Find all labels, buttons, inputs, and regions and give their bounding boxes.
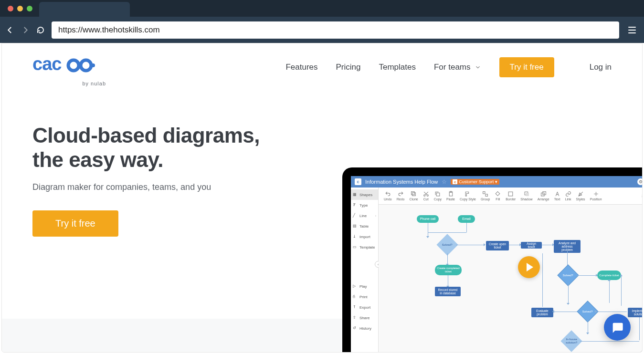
sidebar-table[interactable]: ▤Table [351, 221, 378, 231]
app-main: ▦Shapes 𝙏Type ╱Line› ▤Table ⤓Import ▭Tem… [351, 187, 643, 353]
chat-bubble-button[interactable] [604, 314, 631, 341]
window-maximize-icon[interactable] [27, 6, 32, 11]
app-canvas[interactable]: Phone call Email Solved? Create open tic… [379, 205, 643, 353]
flow-solved2[interactable]: Solved? [557, 264, 579, 286]
tb-link[interactable]: Link [563, 191, 574, 201]
tb-clone[interactable]: Clone [407, 191, 420, 201]
flow-assign[interactable]: Assign ticket [521, 242, 542, 249]
nav-links: Features Pricing Templates For teams Try… [285, 57, 612, 77]
flow-complete[interactable]: Complete ticket [597, 271, 621, 280]
svg-point-2 [81, 60, 91, 71]
svg-rect-5 [412, 192, 415, 195]
app-tag-label: Customer Support [459, 179, 494, 184]
tb-position[interactable]: Position [588, 191, 604, 201]
sidebar-share[interactable]: ⇪Share [351, 312, 378, 323]
nav-forteams[interactable]: For teams [434, 62, 481, 72]
tb-styles[interactable]: Styles [574, 191, 588, 201]
sidebar-shapes[interactable]: ▦Shapes [351, 189, 378, 200]
tb-border[interactable]: Border [503, 191, 518, 201]
line-icon: ╱ [353, 213, 358, 218]
app-topbar: c Information Systems Help Flow ☆ c Cust… [351, 176, 643, 187]
import-icon: ⤓ [353, 234, 358, 239]
sidebar-import[interactable]: ⤓Import [351, 231, 378, 242]
tb-shadow[interactable]: Shadow [518, 191, 535, 201]
flow-inhouse[interactable]: In-house solution? [560, 330, 582, 352]
browser-tab[interactable] [39, 2, 130, 17]
hero-cta-button[interactable]: Try it free [32, 210, 118, 237]
app-tag[interactable]: c Customer Support ▾ [451, 179, 499, 185]
nav-cta-button[interactable]: Try it free [499, 57, 554, 77]
sidebar-line[interactable]: ╱Line› [351, 210, 378, 221]
browser-menu-icon[interactable] [626, 24, 638, 36]
connector [542, 253, 543, 307]
nav-pricing[interactable]: Pricing [336, 62, 361, 72]
sidebar-play[interactable]: ▷Play [351, 281, 378, 292]
sidebar-type[interactable]: 𝙏Type [351, 200, 378, 210]
sidebar-print[interactable]: ⎙Print [351, 292, 378, 302]
chevron-right-icon: › [375, 214, 376, 218]
table-icon: ▤ [353, 224, 358, 229]
flow-email[interactable]: Email [458, 215, 475, 223]
connector [621, 276, 622, 306]
tb-fill[interactable]: Fill [492, 191, 503, 201]
nav-login[interactable]: Log in [590, 62, 612, 72]
connector [509, 245, 519, 245]
svg-text:cac: cac [32, 55, 62, 74]
flow-phonecall[interactable]: Phone call [417, 215, 439, 223]
tb-redo[interactable]: Redo [394, 191, 407, 201]
svg-point-1 [68, 60, 79, 71]
video-play-button[interactable] [518, 256, 540, 278]
chevron-down-icon [475, 64, 481, 71]
sidebar-export[interactable]: ⤒Export [351, 302, 378, 312]
svg-rect-15 [526, 193, 529, 196]
logo[interactable]: cac by nulab [32, 55, 104, 80]
link-icon [565, 191, 571, 197]
flow-evaluate[interactable]: Evaluate problem [531, 308, 553, 317]
browser-chrome: https://www.thehotskills.com [0, 0, 644, 43]
sidebar-template[interactable]: ▭Template [351, 242, 378, 252]
undo-icon [385, 191, 391, 197]
app-canvas-wrap: Undo Redo Clone Cut Copy Paste Copy Styl… [379, 187, 643, 353]
text-icon [554, 191, 560, 197]
flow-record[interactable]: Record stored in database [435, 287, 461, 296]
nav-features[interactable]: Features [285, 62, 317, 72]
app-logo-icon[interactable]: c [355, 178, 361, 185]
browser-tab-bar [0, 0, 644, 17]
redo-icon [398, 191, 404, 197]
flow-createcompleted[interactable]: Create completed ticket [435, 265, 462, 275]
tb-undo[interactable]: Undo [381, 191, 394, 201]
print-icon: ⎙ [353, 294, 358, 299]
gear-icon[interactable]: ⚙ [637, 178, 643, 185]
window-close-icon[interactable] [8, 6, 13, 11]
hero-title: Cloud-based diagrams, the easy way. [32, 124, 281, 172]
chat-icon [611, 321, 624, 334]
tb-paste[interactable]: Paste [444, 191, 457, 201]
connector [554, 312, 579, 312]
flow-solved1[interactable]: Solved? [436, 234, 458, 255]
connector [428, 223, 428, 236]
nav-templates[interactable]: Templates [379, 62, 416, 72]
tb-copystyle[interactable]: Copy Style [457, 191, 478, 201]
flow-implement[interactable]: Implement solution [628, 308, 643, 317]
url-bar[interactable]: https://www.thehotskills.com [52, 21, 619, 39]
svg-rect-12 [486, 194, 487, 196]
nav-forteams-label: For teams [434, 62, 471, 72]
back-button[interactable] [6, 26, 14, 34]
tb-group[interactable]: Group [478, 191, 492, 201]
svg-rect-11 [483, 192, 485, 194]
tb-cut[interactable]: Cut [421, 191, 432, 201]
flow-createopen[interactable]: Create open ticket [486, 241, 509, 250]
copystyle-icon [465, 191, 471, 197]
window-minimize-icon[interactable] [17, 6, 23, 11]
tag-dropdown-icon: ▾ [495, 179, 497, 184]
tb-copy[interactable]: Copy [432, 191, 444, 201]
connector [580, 341, 639, 342]
tb-text[interactable]: Text [552, 191, 563, 201]
reload-button[interactable] [36, 26, 45, 34]
forward-button[interactable] [21, 26, 30, 34]
star-icon[interactable]: ☆ [442, 178, 447, 185]
tb-arrange[interactable]: Arrange [535, 191, 552, 201]
connector [577, 275, 596, 276]
toolbar-more-icon[interactable]: › [642, 193, 643, 198]
sidebar-history[interactable]: ↺History [351, 323, 378, 333]
